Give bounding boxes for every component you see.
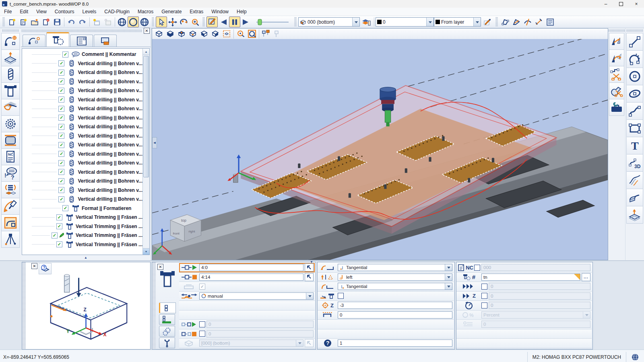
menu-view[interactable]: View — [32, 8, 51, 15]
tree-row[interactable]: Vertical Trimming || Fräsen ... — [22, 231, 142, 240]
contour-line-button[interactable] — [533, 16, 545, 27]
correction-dropdown[interactable]: manual — [199, 292, 314, 300]
step-back-button[interactable] — [218, 16, 229, 27]
toolbox-button[interactable] — [609, 99, 624, 116]
panel-up-button[interactable] — [626, 206, 643, 224]
tree-checkbox[interactable] — [58, 196, 64, 202]
menu-extras[interactable]: Extras — [186, 8, 207, 15]
comment-tool-button[interactable]: !? — [1, 165, 20, 181]
tree-checkbox[interactable] — [58, 142, 64, 148]
pan-tool-button[interactable] — [167, 16, 178, 27]
close-button[interactable]: × — [629, 0, 644, 8]
start-point-pick-button[interactable] — [305, 263, 314, 272]
tree-checkbox[interactable] — [58, 187, 64, 193]
machine-3d-scene[interactable]: top front right — [152, 39, 608, 260]
menu-macros[interactable]: Macros — [134, 8, 157, 15]
open-file-button[interactable] — [29, 16, 40, 27]
tab-variables[interactable] — [70, 35, 93, 47]
special-tool-button[interactable] — [1, 198, 20, 214]
tree-checkbox[interactable] — [58, 169, 64, 175]
extension-field[interactable]: 0 — [338, 311, 452, 319]
tree-row[interactable]: Vertical drilling || Bohren v... — [22, 77, 142, 86]
tree-row[interactable]: Vertical drilling || Bohren v... — [22, 177, 142, 186]
tool-number-field[interactable]: tn — [481, 274, 580, 281]
macro-tab-tool[interactable] — [159, 337, 175, 348]
tree-scrollbar[interactable]: ▲ ▼ — [142, 49, 149, 255]
plunge-feed-field[interactable]: 0 — [489, 292, 590, 300]
pocket-macro-button[interactable] — [1, 132, 20, 148]
horizontal-trimming-tool-button[interactable] — [1, 99, 20, 115]
menu-cad-plugin[interactable]: CAD-Plugin — [100, 8, 134, 15]
viewport-collapse-left[interactable]: ◀ — [152, 137, 157, 148]
view-left-button[interactable] — [198, 29, 210, 39]
toolbar-grip[interactable] — [2, 29, 19, 32]
panel-grip[interactable] — [22, 262, 26, 349]
tree-row[interactable]: Vertical drilling || Bohren v... — [22, 113, 142, 123]
zoom-fit-button[interactable] — [221, 29, 232, 39]
tree-row[interactable]: Vertical drilling || Bohren v... — [22, 168, 142, 177]
scroll-up-button[interactable]: ▲ — [143, 49, 149, 55]
zoom-out-button[interactable] — [235, 29, 246, 39]
rotate-contour-button[interactable] — [609, 49, 624, 66]
minimize-button[interactable]: – — [598, 0, 613, 8]
tree-checkbox[interactable] — [58, 88, 64, 94]
vertical-trimming-tool-button[interactable] — [1, 82, 20, 99]
contour-trim-button[interactable] — [522, 16, 533, 27]
undo-button[interactable] — [66, 16, 77, 27]
pen-edit-button[interactable] — [481, 16, 494, 27]
surface-button[interactable] — [626, 171, 643, 189]
contour-arrow-button[interactable] — [511, 16, 522, 27]
parallel-end-field[interactable]: 0 — [206, 330, 314, 337]
pen-dropdown[interactable]: From layer — [434, 17, 481, 27]
tree-checkbox[interactable] — [62, 205, 68, 211]
tree-checkbox[interactable] — [56, 223, 62, 229]
maximize-button[interactable] — [613, 0, 629, 8]
start-point-field[interactable]: 4:0 — [199, 264, 303, 271]
tree-checkbox[interactable] — [58, 106, 64, 112]
tree-row[interactable]: Vertical drilling || Bohren v... — [22, 158, 142, 168]
viewport-3d[interactable]: top front right ◀ — [152, 28, 608, 260]
tree-checkbox[interactable] — [58, 160, 64, 166]
chevron-down-icon[interactable] — [306, 293, 313, 299]
tree-row[interactable]: Vertical drilling || Bohren v... — [22, 122, 142, 132]
cut-region-button[interactable] — [609, 82, 624, 99]
view-iso-button[interactable] — [153, 29, 165, 39]
toolbar-grip[interactable] — [495, 17, 498, 27]
parallel-start-checkbox[interactable] — [199, 321, 205, 327]
toolbar-grip[interactable] — [2, 17, 5, 27]
tree-row[interactable]: Vertical drilling || Bohren v... — [22, 150, 142, 159]
tree-checkbox[interactable] — [58, 178, 64, 184]
layers-button[interactable] — [360, 16, 373, 27]
step-forward-button[interactable] — [240, 16, 252, 27]
save-button[interactable] — [52, 16, 63, 27]
saw-tool-button[interactable] — [1, 115, 20, 132]
pocket-tool-button[interactable] — [1, 49, 20, 66]
draw-ellipse-button[interactable] — [626, 85, 643, 102]
tree-collapse-handle[interactable]: ▲ — [21, 255, 151, 260]
scroll-thumb[interactable] — [143, 56, 149, 177]
tree-row[interactable]: Comment || Kommentar — [22, 50, 142, 59]
contour-tool-button[interactable] — [1, 33, 20, 49]
draw-rectangle-button[interactable] — [626, 119, 643, 137]
plane-dropdown-bottom[interactable]: [000] (bottom) — [199, 339, 303, 347]
plane-pick-button[interactable] — [305, 339, 314, 347]
feed-field[interactable]: 0 — [489, 283, 590, 290]
contour-select-button[interactable] — [500, 16, 511, 27]
tree-checkbox[interactable] — [58, 115, 64, 121]
layer-dropdown[interactable]: 0 — [376, 17, 434, 27]
percent-dropdown[interactable]: Percent — [481, 311, 590, 319]
closed-contour-checkbox[interactable] — [199, 284, 205, 290]
panel-grip[interactable] — [152, 262, 156, 349]
tree-checkbox[interactable] — [56, 241, 62, 247]
speed-field[interactable]: 0 — [489, 302, 590, 309]
nc-document-button[interactable]: NC — [1, 148, 20, 165]
side-dropdown[interactable]: left — [338, 274, 452, 281]
tab-machine[interactable] — [94, 35, 117, 47]
show-dimensions-button[interactable] — [272, 29, 283, 39]
chevron-down-icon[interactable] — [583, 312, 590, 318]
scroll-down-button[interactable]: ▼ — [143, 248, 149, 255]
nc-checkbox[interactable] — [474, 265, 480, 271]
multi-drill-tool-button[interactable] — [1, 231, 20, 248]
extra-field[interactable]: 0 — [481, 321, 590, 328]
vertical-drilling-tool-button[interactable] — [1, 66, 20, 82]
